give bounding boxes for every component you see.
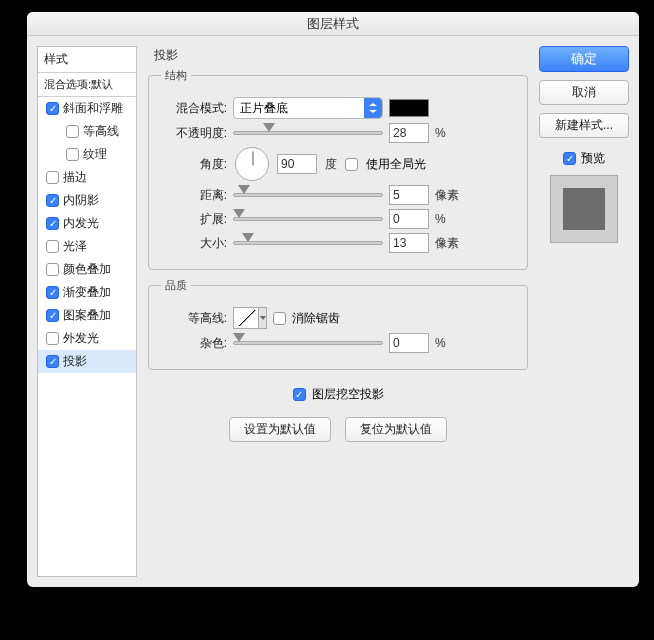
style-item-渐变叠加[interactable]: 渐变叠加 xyxy=(38,281,136,304)
set-default-button[interactable]: 设置为默认值 xyxy=(229,417,331,442)
main-panel: 投影 结构 混合模式: 正片叠底 不透明度: % xyxy=(147,46,529,577)
blendmode-select[interactable]: 正片叠底 xyxy=(233,97,383,119)
style-checkbox[interactable] xyxy=(46,102,59,115)
size-slider[interactable] xyxy=(233,235,383,251)
noise-input[interactable] xyxy=(389,333,429,353)
style-checkbox[interactable] xyxy=(46,286,59,299)
shadow-color-swatch[interactable] xyxy=(389,99,429,117)
styles-header[interactable]: 样式 xyxy=(38,47,136,73)
size-input[interactable] xyxy=(389,233,429,253)
style-item-label: 纹理 xyxy=(83,146,107,163)
preview-checkbox[interactable] xyxy=(563,152,576,165)
blendmode-row: 混合模式: 正片叠底 xyxy=(161,97,515,119)
blending-options[interactable]: 混合选项:默认 xyxy=(38,73,136,97)
style-checkbox[interactable] xyxy=(46,332,59,345)
style-item-label: 斜面和浮雕 xyxy=(63,100,123,117)
chevron-updown-icon xyxy=(364,98,382,118)
spread-label: 扩展: xyxy=(161,211,227,228)
noise-unit: % xyxy=(435,336,446,350)
antialias-checkbox[interactable] xyxy=(273,312,286,325)
opacity-slider[interactable] xyxy=(233,125,383,141)
quality-legend: 品质 xyxy=(161,278,191,293)
style-checkbox[interactable] xyxy=(66,148,79,161)
opacity-input[interactable] xyxy=(389,123,429,143)
style-item-投影[interactable]: 投影 xyxy=(38,350,136,373)
style-item-label: 图案叠加 xyxy=(63,307,111,324)
blendmode-label: 混合模式: xyxy=(161,100,227,117)
angle-input[interactable] xyxy=(277,154,317,174)
style-item-光泽[interactable]: 光泽 xyxy=(38,235,136,258)
style-item-颜色叠加[interactable]: 颜色叠加 xyxy=(38,258,136,281)
style-checkbox[interactable] xyxy=(46,309,59,322)
global-light-label: 使用全局光 xyxy=(366,156,426,173)
new-style-button[interactable]: 新建样式... xyxy=(539,113,629,138)
style-item-label: 内阴影 xyxy=(63,192,99,209)
style-checkbox[interactable] xyxy=(46,171,59,184)
styles-list: 样式 混合选项:默认 斜面和浮雕等高线纹理描边内阴影内发光光泽颜色叠加渐变叠加图… xyxy=(37,46,137,577)
distance-label: 距离: xyxy=(161,187,227,204)
size-unit: 像素 xyxy=(435,235,459,252)
preview-box xyxy=(550,175,618,243)
layer-style-dialog: 图层样式 样式 混合选项:默认 斜面和浮雕等高线纹理描边内阴影内发光光泽颜色叠加… xyxy=(27,12,639,587)
style-item-等高线[interactable]: 等高线 xyxy=(38,120,136,143)
ok-button[interactable]: 确定 xyxy=(539,46,629,72)
preview-label: 预览 xyxy=(581,150,605,167)
cancel-button[interactable]: 取消 xyxy=(539,80,629,105)
style-item-内阴影[interactable]: 内阴影 xyxy=(38,189,136,212)
style-item-图案叠加[interactable]: 图案叠加 xyxy=(38,304,136,327)
quality-group: 品质 等高线: 消除锯齿 杂色: % xyxy=(148,278,528,370)
style-checkbox[interactable] xyxy=(46,263,59,276)
contour-row: 等高线: 消除锯齿 xyxy=(161,307,515,329)
distance-unit: 像素 xyxy=(435,187,459,204)
spread-input[interactable] xyxy=(389,209,429,229)
style-item-斜面和浮雕[interactable]: 斜面和浮雕 xyxy=(38,97,136,120)
opacity-row: 不透明度: % xyxy=(161,123,515,143)
style-item-内发光[interactable]: 内发光 xyxy=(38,212,136,235)
style-item-label: 颜色叠加 xyxy=(63,261,111,278)
distance-slider[interactable] xyxy=(233,187,383,203)
structure-legend: 结构 xyxy=(161,68,191,83)
style-checkbox[interactable] xyxy=(66,125,79,138)
style-item-外发光[interactable]: 外发光 xyxy=(38,327,136,350)
dialog-body: 样式 混合选项:默认 斜面和浮雕等高线纹理描边内阴影内发光光泽颜色叠加渐变叠加图… xyxy=(27,36,639,587)
style-item-label: 光泽 xyxy=(63,238,87,255)
size-label: 大小: xyxy=(161,235,227,252)
style-item-label: 投影 xyxy=(63,353,87,370)
window-title: 图层样式 xyxy=(27,12,639,36)
knockout-row: 图层挖空投影 xyxy=(148,386,528,403)
knockout-checkbox[interactable] xyxy=(293,388,306,401)
style-item-描边[interactable]: 描边 xyxy=(38,166,136,189)
angle-row: 角度: 度 使用全局光 xyxy=(161,147,515,181)
right-buttons: 确定 取消 新建样式... 预览 xyxy=(539,46,629,577)
structure-group: 结构 混合模式: 正片叠底 不透明度: % 角度: xyxy=(148,68,528,270)
contour-label: 等高线: xyxy=(161,310,227,327)
size-row: 大小: 像素 xyxy=(161,233,515,253)
noise-slider[interactable] xyxy=(233,335,383,351)
angle-unit: 度 xyxy=(325,156,337,173)
contour-picker[interactable] xyxy=(233,307,267,329)
angle-dial[interactable] xyxy=(235,147,269,181)
reset-default-button[interactable]: 复位为默认值 xyxy=(345,417,447,442)
knockout-label: 图层挖空投影 xyxy=(312,386,384,403)
style-checkbox[interactable] xyxy=(46,217,59,230)
style-item-label: 等高线 xyxy=(83,123,119,140)
style-item-label: 描边 xyxy=(63,169,87,186)
opacity-unit: % xyxy=(435,126,446,140)
blendmode-value: 正片叠底 xyxy=(240,100,288,117)
opacity-label: 不透明度: xyxy=(161,125,227,142)
distance-input[interactable] xyxy=(389,185,429,205)
global-light-checkbox[interactable] xyxy=(345,158,358,171)
style-checkbox[interactable] xyxy=(46,194,59,207)
preview-checkbox-row: 预览 xyxy=(563,150,605,167)
spread-unit: % xyxy=(435,212,446,226)
style-item-label: 渐变叠加 xyxy=(63,284,111,301)
style-item-纹理[interactable]: 纹理 xyxy=(38,143,136,166)
antialias-label: 消除锯齿 xyxy=(292,310,340,327)
style-checkbox[interactable] xyxy=(46,355,59,368)
style-checkbox[interactable] xyxy=(46,240,59,253)
noise-row: 杂色: % xyxy=(161,333,515,353)
style-item-label: 外发光 xyxy=(63,330,99,347)
spread-row: 扩展: % xyxy=(161,209,515,229)
chevron-down-icon xyxy=(258,308,266,328)
spread-slider[interactable] xyxy=(233,211,383,227)
